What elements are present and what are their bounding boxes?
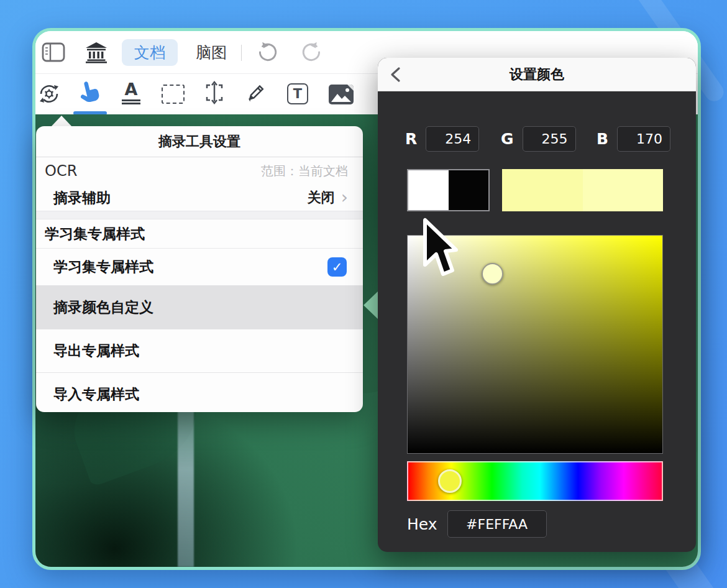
white-swatch[interactable] [408, 170, 449, 210]
study-style-toggle-label: 学习集专属样式 [53, 257, 153, 277]
export-style-label: 导出专属样式 [53, 341, 139, 361]
style-section-row: 学习集专属样式 [36, 219, 363, 248]
library-icon [85, 40, 108, 64]
sidebar-toggle-button[interactable] [40, 40, 66, 64]
popup-anchor-arrow [51, 116, 72, 127]
green-channel: G 255 [501, 126, 576, 152]
excerpt-color-custom-row[interactable]: 摘录颜色自定义 [36, 285, 363, 329]
popup-title: 摘录工具设置 [36, 126, 363, 157]
sync-settings-icon [36, 81, 62, 107]
desktop-backdrop: 文档 脑图 [0, 0, 727, 588]
undo-icon [255, 40, 279, 64]
color-panel-body: R 254 G 255 B 170 [378, 91, 696, 552]
excerpt-assist-row[interactable]: 摘录辅助 关闭 › [36, 185, 363, 211]
blue-channel-label: B [597, 130, 608, 148]
library-button[interactable] [84, 40, 109, 65]
black-swatch[interactable] [449, 170, 489, 210]
saturation-picker-handle[interactable] [482, 263, 503, 285]
blue-channel: B 170 [597, 126, 670, 152]
pencil-tool[interactable] [242, 79, 270, 106]
style-section-label: 学习集专属样式 [45, 224, 145, 244]
excerpt-tool-settings-button[interactable] [35, 80, 63, 108]
back-button[interactable] [388, 66, 404, 83]
image-icon [329, 85, 354, 104]
toolbar-divider [241, 45, 242, 61]
image-tool[interactable] [326, 81, 356, 108]
pencil-icon [244, 80, 268, 105]
checkmark-icon: ✓ [332, 260, 343, 275]
current-color-swatch [502, 169, 663, 211]
color-picker-panel: 设置颜色 R 254 G 255 B 170 [378, 58, 696, 552]
red-channel-label: R [405, 130, 417, 148]
red-channel-input[interactable]: 254 [426, 126, 479, 152]
redo-button[interactable] [299, 40, 325, 65]
ocr-scope-value: 范围：当前文档 [261, 163, 348, 180]
tab-document-label: 文档 [134, 42, 165, 63]
undo-button[interactable] [254, 40, 280, 65]
text-box-icon: T [287, 83, 308, 104]
move-resize-tool[interactable] [201, 79, 228, 106]
green-channel-label: G [501, 130, 514, 148]
previous-color-half [502, 169, 583, 211]
ocr-row[interactable]: OCR 范围：当前文档 [36, 157, 363, 185]
color-panel-header: 设置颜色 [378, 58, 696, 91]
excerpt-assist-label: 摘录辅助 [53, 188, 111, 208]
hand-select-tool[interactable] [75, 79, 103, 106]
hand-pointer-icon [76, 80, 101, 106]
text-box-tool[interactable]: T [284, 80, 311, 108]
new-color-half [583, 169, 664, 211]
excerpt-color-custom-label: 摘录颜色自定义 [53, 298, 153, 317]
tab-mindmap[interactable]: 脑图 [183, 39, 239, 66]
study-style-toggle-row[interactable]: 学习集专属样式 ✓ [36, 248, 363, 285]
color-panel-anchor-arrow [364, 290, 379, 320]
hex-row: Hex #FEFFAA [407, 510, 547, 538]
sidebar-toggle-icon [41, 41, 66, 63]
export-style-row[interactable]: 导出专属样式 [36, 329, 363, 372]
move-resize-icon [201, 80, 227, 106]
excerpt-assist-value: 关闭 [308, 188, 335, 207]
highlight-text-tool[interactable]: A [117, 79, 145, 106]
excerpt-settings-popup: 摘录工具设置 OCR 范围：当前文档 摘录辅助 关闭 › 学习集专属样式 学习集… [36, 126, 363, 412]
import-style-label: 导入专属样式 [53, 385, 139, 404]
hex-input[interactable]: #FEFFAA [447, 510, 547, 538]
rect-select-icon [162, 85, 185, 104]
hue-slider-handle[interactable] [438, 469, 462, 493]
group-separator [36, 211, 363, 219]
red-channel: R 254 [405, 126, 479, 152]
tab-mindmap-label: 脑图 [196, 42, 227, 63]
redo-icon [300, 40, 324, 64]
import-style-row[interactable]: 导入专属样式 [36, 372, 363, 416]
rect-select-tool[interactable] [159, 80, 186, 108]
tab-document[interactable]: 文档 [122, 39, 178, 66]
blue-channel-input[interactable]: 170 [617, 126, 670, 152]
ocr-label: OCR [45, 162, 77, 180]
mouse-cursor [420, 218, 459, 280]
highlight-text-icon: A [122, 81, 140, 105]
green-channel-input[interactable]: 255 [523, 126, 576, 152]
black-white-swatch[interactable] [407, 169, 490, 211]
study-style-checkbox[interactable]: ✓ [327, 257, 347, 277]
color-panel-title: 设置颜色 [510, 65, 564, 84]
chevron-right-icon: › [341, 189, 348, 206]
hex-label: Hex [407, 515, 437, 533]
